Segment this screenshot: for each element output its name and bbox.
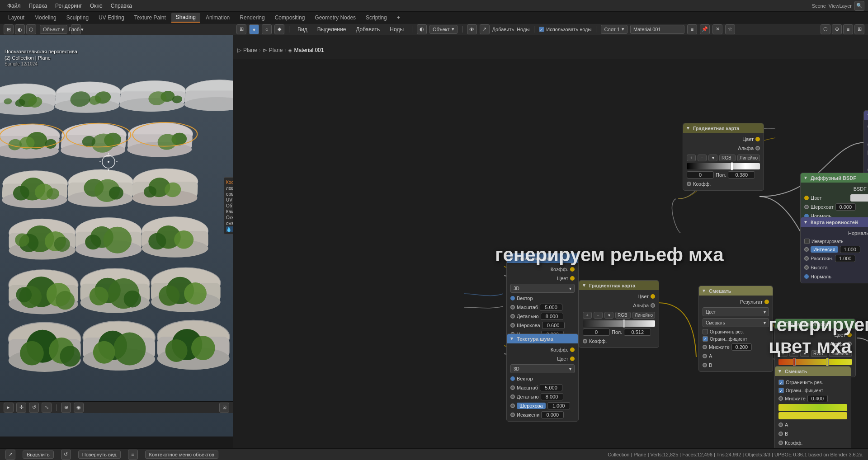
viewport-snap-btn[interactable]: ⊕ xyxy=(61,403,71,413)
mix-r-multiply-socket[interactable] xyxy=(778,396,783,401)
viewport-local-view-btn[interactable]: ⊡ xyxy=(219,403,229,413)
tab-sculpting[interactable]: Sculpting xyxy=(62,13,93,22)
grad-right-remove-btn[interactable]: − xyxy=(789,350,798,357)
status-select-icon[interactable]: ↗ xyxy=(5,450,15,460)
object-mode-dropdown[interactable]: Объект ▾ xyxy=(40,25,67,34)
overlay-btn[interactable]: ⬡ xyxy=(26,24,36,34)
tab-texture[interactable]: Texture Paint xyxy=(130,13,170,22)
tn2-detail-socket[interactable] xyxy=(510,394,515,399)
ne-select-icon[interactable]: ↗ xyxy=(480,24,490,34)
ne-browse-btn[interactable]: ≡ xyxy=(687,24,697,34)
tab-shading[interactable]: Shading xyxy=(171,13,200,23)
ne-material-icon[interactable]: ● xyxy=(249,24,259,34)
gradient-top-alpha-socket[interactable] xyxy=(755,146,760,150)
grad-mid-menu-btn[interactable]: ▾ xyxy=(604,312,613,319)
tn2-3d-dropdown[interactable]: 3D▾ xyxy=(510,364,575,373)
bump-normal-in-socket[interactable] xyxy=(804,274,809,279)
mix-clamp-coeff-cb[interactable] xyxy=(703,336,708,342)
tab-layout[interactable]: Layout xyxy=(4,13,29,22)
tn2-rough-socket[interactable] xyxy=(510,404,515,408)
tn2-vector-socket[interactable] xyxy=(510,376,515,381)
viewport-3d[interactable]: ⊞ ◐ ⬡ Объект ▾ Глоб.▾ xyxy=(0,23,233,437)
gradient-mid-preview[interactable] xyxy=(583,320,655,327)
tn1-vector-socket[interactable] xyxy=(510,296,515,300)
viewport-tool-move[interactable]: ✛ xyxy=(16,403,26,413)
bsdf1-rough-socket[interactable] xyxy=(804,205,809,209)
gradient-top-color-socket[interactable] xyxy=(755,137,760,141)
grad-mid-linear-select[interactable]: Линейно xyxy=(632,312,655,319)
tn2-color-socket[interactable] xyxy=(570,357,575,361)
gradient-top-handle[interactable] xyxy=(731,162,733,170)
grad-mid-rgb-select[interactable]: RGB xyxy=(615,312,631,319)
mix-clamp-result-cb[interactable] xyxy=(703,329,708,334)
mix-multiply-socket[interactable] xyxy=(703,345,707,349)
bc-plane1[interactable]: Plane xyxy=(243,47,257,53)
tn2-distort-socket[interactable] xyxy=(510,413,515,417)
tab-rendering[interactable]: Rendering xyxy=(235,13,269,22)
mix-multiply-input[interactable] xyxy=(731,343,752,351)
mix-r-clamp-result-cb[interactable] xyxy=(778,380,784,385)
ne-object-icon[interactable]: ◆ xyxy=(274,24,284,34)
tab-animation[interactable]: Animation xyxy=(201,13,234,22)
grad-right-linear-select[interactable]: Линейно xyxy=(829,350,852,357)
node-canvas[interactable]: генерируем рельеф мха генерируем цвет мх… xyxy=(233,59,868,460)
mix-result-socket[interactable] xyxy=(764,300,769,304)
grad-top-remove-btn[interactable]: − xyxy=(698,155,707,161)
tn2-detail-input[interactable] xyxy=(541,393,563,400)
status-context-icon[interactable]: ≡ xyxy=(128,450,138,460)
viewport-scene[interactable]: Пользовательская перспектива (2) Collect… xyxy=(0,35,233,437)
gradient-top-preview[interactable] xyxy=(687,163,760,169)
grad-mid-color-socket[interactable] xyxy=(651,294,655,299)
grad-right-alpha-socket[interactable] xyxy=(847,342,852,346)
tn1-scale-input[interactable] xyxy=(540,304,562,311)
status-rotate-icon[interactable]: ↺ xyxy=(61,450,71,460)
search-button[interactable]: 🔍 xyxy=(854,1,864,11)
menu-render[interactable]: Рендеринг xyxy=(52,2,85,10)
menu-window[interactable]: Окно xyxy=(86,2,106,10)
tn1-scale-socket[interactable] xyxy=(510,305,515,310)
bc-material[interactable]: Material.001 xyxy=(294,47,324,53)
tn1-rough-socket[interactable] xyxy=(510,323,515,328)
mix-r-clamp2-cb[interactable] xyxy=(778,388,784,393)
tab-modeling[interactable]: Modeling xyxy=(30,13,61,22)
node-more-than-header[interactable]: ▾ Больше чем xyxy=(864,111,868,120)
tn1-color-socket[interactable] xyxy=(570,276,575,281)
tn2-distort-input[interactable] xyxy=(541,411,564,418)
status-rotate-btn[interactable]: Повернуть вид xyxy=(78,451,121,459)
ne-world-icon[interactable]: ○ xyxy=(262,24,272,34)
menu-edit[interactable]: Правка xyxy=(25,2,51,10)
tn1-3d-dropdown[interactable]: 3D▾ xyxy=(510,284,575,293)
mix-r-b-socket[interactable] xyxy=(778,432,783,436)
node-texture-noise-2-header[interactable]: ▾ Текстура шума xyxy=(507,334,578,343)
global-local-btn[interactable]: Глоб.▾ xyxy=(71,24,81,34)
tn2-rough-input[interactable] xyxy=(547,402,570,409)
eyedropper-btn[interactable]: 💧 xyxy=(226,226,233,232)
bsdf1-color-socket[interactable] xyxy=(804,196,809,200)
viewport-tool-rotate[interactable]: ↺ xyxy=(29,403,39,413)
ne-object-dropdown[interactable]: Объект ▾ xyxy=(429,25,457,34)
grad-mid-pol-input[interactable] xyxy=(624,329,651,336)
grad-mid-alpha-socket[interactable] xyxy=(651,303,655,308)
mix-a-socket[interactable] xyxy=(703,354,707,358)
tab-geonodes[interactable]: Geometry Nodes xyxy=(310,13,360,22)
node-diffuse-bsdf-1-header[interactable]: ▾ Диффузный BSDF xyxy=(801,173,868,183)
mix-r-coeff-socket[interactable] xyxy=(778,441,783,445)
ne-add-menu[interactable]: Добавить xyxy=(352,25,383,33)
grad-top-add-btn[interactable]: + xyxy=(687,155,696,161)
ne-editor-icon[interactable]: ⊞ xyxy=(236,24,246,34)
grad-mid-coeff-socket[interactable] xyxy=(583,339,587,343)
mix-mix-dropdown[interactable]: Смешать▾ xyxy=(703,318,769,327)
bsdf1-rough-input[interactable] xyxy=(835,203,856,211)
viewport-tool-scale[interactable]: ⤡ xyxy=(42,403,52,413)
mix-r-multiply-input[interactable] xyxy=(807,395,828,402)
gradient-right-handle2[interactable] xyxy=(826,358,829,366)
ne-view-menu[interactable]: Вид xyxy=(294,25,311,33)
status-context-btn[interactable]: Контекстное меню объектов xyxy=(145,451,218,459)
ne-node-menu[interactable]: Ноды xyxy=(386,25,407,33)
gradient-top-pol-input[interactable] xyxy=(728,171,755,178)
node-gradient-map-mid-header[interactable]: ▾ Градиентная карта xyxy=(579,281,659,290)
gradient-top-coeff-socket[interactable] xyxy=(687,182,691,186)
node-gradient-map-top-header[interactable]: ▾ Градиентная карта xyxy=(683,123,764,133)
ne-use-nodes-cb[interactable] xyxy=(539,27,544,32)
gradient-top-pos-input[interactable] xyxy=(687,171,714,178)
